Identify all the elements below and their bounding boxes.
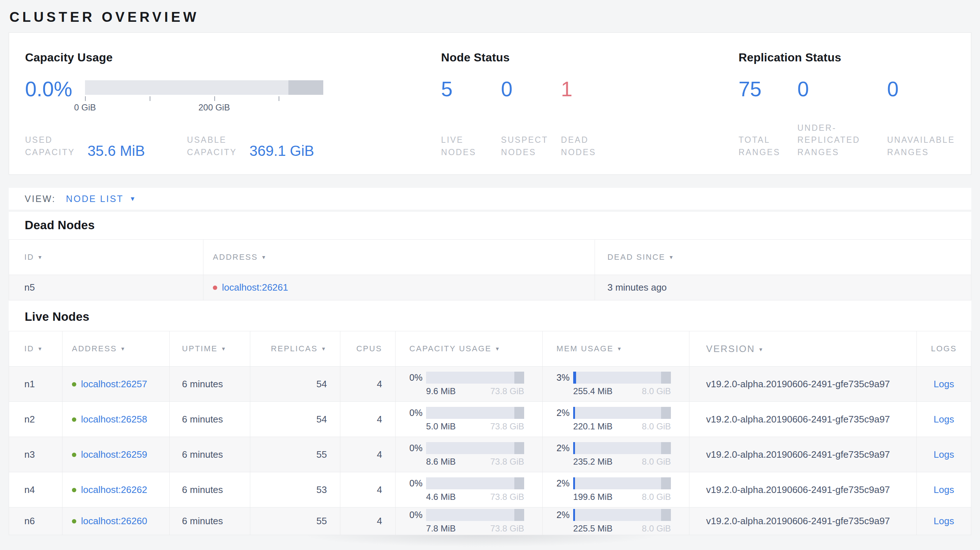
mem-pct: 3%: [557, 372, 573, 383]
node-id-cell: n2: [9, 402, 62, 437]
total-ranges-label: TOTAL RANGES: [738, 134, 784, 158]
live-col-header-capacity-usage[interactable]: CAPACITY USAGE▼: [396, 331, 542, 367]
node-cpus-cell: 4: [340, 507, 396, 535]
capacity-total-value: 73.8 GiB: [490, 523, 524, 534]
capacity-used-value: 8.6 MiB: [426, 457, 455, 467]
dead-col-header-address[interactable]: ADDRESS▼: [204, 240, 595, 275]
dead-nodes-count: 1: [561, 79, 621, 100]
live-status-dot-icon: [72, 382, 76, 386]
capacity-bar: [426, 407, 524, 419]
live-col-header-cpus: CPUS: [340, 331, 396, 367]
logs-link[interactable]: Logs: [934, 449, 954, 460]
live-status-dot-icon: [72, 488, 76, 492]
sort-desc-icon: ▼: [321, 346, 327, 352]
dead-col-header-id[interactable]: ID▼: [9, 240, 204, 275]
live-nodes-header-row: ID▼ ADDRESS▼ UPTIME▼ REPLICAS▼ CPUS CAPA…: [9, 331, 971, 367]
view-dropdown[interactable]: NODE LIST ▼: [66, 194, 135, 204]
node-status-section: Node Status 5 LIVE NODES 0 SUSPECT NODES…: [441, 51, 738, 158]
node-uptime-cell: 6 minutes: [170, 402, 250, 437]
live-status-dot-icon: [72, 519, 76, 523]
logs-link[interactable]: Logs: [934, 515, 954, 526]
replication-stats: 75 TOTAL RANGES 0 UNDER-REPLICATED RANGE…: [738, 79, 955, 158]
usable-capacity-stat: USABLE CAPACITY 369.1 GiB: [187, 134, 314, 158]
capacity-percent-value: 0.0%: [25, 79, 85, 100]
mem-pct: 2%: [557, 408, 573, 418]
live-col-header-version[interactable]: VERSION▼: [689, 331, 917, 367]
dead-col-header-dead-since[interactable]: DEAD SINCE▼: [595, 240, 971, 275]
replication-status-section: Replication Status 75 TOTAL RANGES 0 UND…: [738, 51, 971, 158]
node-address-cell: localhost:26260: [62, 507, 170, 535]
used-capacity-stat: USED CAPACITY 35.6 MiB: [25, 134, 145, 158]
capacity-used-value: 5.0 MiB: [426, 421, 455, 432]
logs-link[interactable]: Logs: [934, 414, 954, 424]
logs-link[interactable]: Logs: [934, 484, 954, 495]
mem-used-value: 235.2 MiB: [573, 457, 612, 467]
node-replicas-cell: 55: [250, 507, 340, 535]
node-address-link[interactable]: localhost:26262: [81, 484, 147, 495]
dead-node-dead-since-cell: 3 minutes ago: [595, 275, 971, 300]
dead-node-id-cell: n5: [9, 275, 204, 300]
live-col-header-mem-usage[interactable]: MEM USAGE▼: [542, 331, 689, 367]
node-address-cell: localhost:26257: [62, 367, 170, 402]
live-col-header-address[interactable]: ADDRESS▼: [62, 331, 170, 367]
node-address-link[interactable]: localhost:26260: [81, 515, 147, 526]
node-uptime-cell: 6 minutes: [170, 367, 250, 402]
sort-desc-icon: ▼: [261, 254, 267, 260]
node-id-cell: n3: [9, 437, 62, 472]
node-mem-usage-cell: 3% 255.4 MiB8.0 GiB: [542, 367, 689, 402]
capacity-gauge-ticks: [85, 95, 323, 101]
unavailable-ranges-label: UNAVAILABLE RANGES: [887, 134, 955, 158]
mem-total-value: 8.0 GiB: [642, 386, 671, 396]
dead-nodes-table: ID▼ ADDRESS▼ DEAD SINCE▼ n5 localhost:26…: [9, 239, 971, 300]
mem-total-value: 8.0 GiB: [642, 492, 671, 502]
node-address-link[interactable]: localhost:26259: [81, 449, 147, 460]
node-logs-cell: Logs: [917, 402, 971, 437]
cluster-overview-page: CLUSTER OVERVIEW Capacity Usage 0.0% 0 G…: [0, 0, 980, 548]
node-replicas-cell: 54: [250, 402, 340, 437]
capacity-stats: USED CAPACITY 35.6 MiB USABLE CAPACITY 3…: [25, 134, 441, 158]
live-col-header-replicas[interactable]: REPLICAS▼: [250, 331, 340, 367]
node-mem-usage-cell: 2% 220.1 MiB8.0 GiB: [542, 402, 689, 437]
unavailable-ranges-count: 0: [887, 79, 955, 100]
mem-pct: 2%: [557, 478, 573, 489]
sort-desc-icon: ▼: [669, 254, 675, 260]
capacity-total-value: 73.8 GiB: [490, 457, 524, 467]
node-cpus-cell: 4: [340, 367, 396, 402]
dead-node-address-link[interactable]: localhost:26261: [222, 282, 288, 293]
node-version-cell: v19.2.0-alpha.20190606-2491-gfe735c9a97: [689, 507, 917, 535]
node-version-cell: v19.2.0-alpha.20190606-2491-gfe735c9a97: [689, 437, 917, 472]
live-nodes-body: n1 localhost:26257 6 minutes 54 4 0% 9.6…: [9, 367, 971, 535]
node-id-cell: n4: [9, 472, 62, 507]
suspect-nodes-stat: 0 SUSPECT NODES: [501, 79, 561, 158]
view-selector-bar: VIEW: NODE LIST ▼: [9, 188, 971, 210]
node-version-cell: v19.2.0-alpha.20190606-2491-gfe735c9a97: [689, 402, 917, 437]
caret-down-icon: ▼: [129, 196, 135, 202]
node-logs-cell: Logs: [917, 472, 971, 507]
mem-bar: [573, 477, 671, 490]
live-status-dot-icon: [72, 417, 76, 422]
node-id-cell: n1: [9, 367, 62, 402]
logs-link[interactable]: Logs: [934, 378, 954, 389]
node-mem-usage-cell: 2% 225.5 MiB8.0 GiB: [542, 507, 689, 535]
sort-desc-icon: ▼: [221, 346, 227, 352]
dead-nodes-title: Dead Nodes: [9, 212, 971, 239]
node-address-link[interactable]: localhost:26257: [81, 378, 147, 389]
mem-total-value: 8.0 GiB: [642, 421, 671, 432]
live-col-header-id[interactable]: ID▼: [9, 331, 62, 367]
used-capacity-value: 35.6 MiB: [88, 143, 145, 159]
total-ranges-count: 75: [738, 79, 797, 100]
node-cpus-cell: 4: [340, 437, 396, 472]
capacity-bar: [426, 442, 524, 454]
view-selected-value: NODE LIST: [66, 194, 124, 204]
capacity-pct: 0%: [409, 478, 426, 489]
live-col-header-uptime[interactable]: UPTIME▼: [170, 331, 250, 367]
capacity-usage-section: Capacity Usage 0.0% 0 GiB 200 GiB: [9, 51, 441, 158]
node-address-cell: localhost:26262: [62, 472, 170, 507]
capacity-gauge-bar: [85, 80, 323, 95]
capacity-gauge-axis-labels: 0 GiB 200 GiB: [85, 102, 323, 113]
dead-nodes-header-row: ID▼ ADDRESS▼ DEAD SINCE▼: [9, 240, 971, 275]
mem-bar: [573, 442, 671, 454]
dead-nodes-stat: 1 DEAD NODES: [561, 79, 621, 158]
capacity-used-value: 7.8 MiB: [426, 523, 455, 534]
node-address-link[interactable]: localhost:26258: [81, 414, 147, 424]
